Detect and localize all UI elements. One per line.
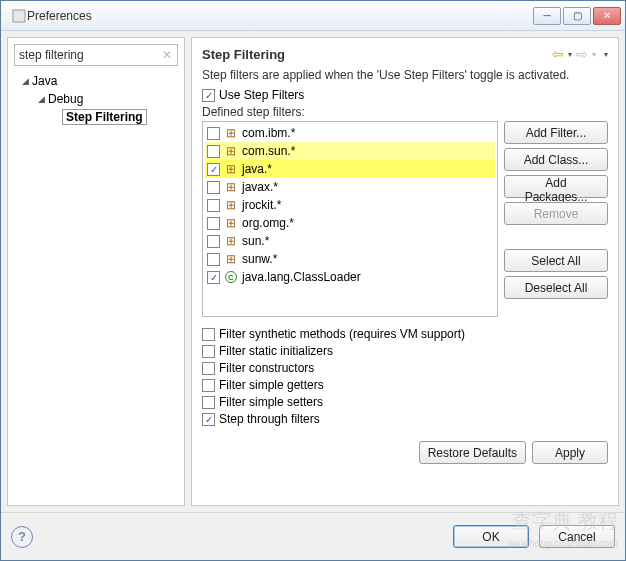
filter-search-input[interactable] bbox=[14, 44, 178, 66]
filter-row[interactable]: ⊞ java.* bbox=[205, 160, 495, 178]
apply-button[interactable]: Apply bbox=[532, 441, 608, 464]
filter-checkbox[interactable] bbox=[207, 163, 220, 176]
package-icon: ⊞ bbox=[224, 234, 238, 248]
filter-checkbox[interactable] bbox=[207, 253, 220, 266]
nav-back-dropdown-icon[interactable]: ▾ bbox=[568, 50, 572, 59]
filter-label: sun.* bbox=[242, 234, 269, 248]
filter-row[interactable]: ⊞ com.sun.* bbox=[205, 142, 495, 160]
nav-forward-dropdown-icon: ▾ bbox=[592, 50, 596, 59]
add-class-button[interactable]: Add Class... bbox=[504, 148, 608, 171]
filter-constructors-label: Filter constructors bbox=[219, 361, 314, 375]
app-icon bbox=[11, 8, 27, 24]
filter-static-init-checkbox[interactable] bbox=[202, 345, 215, 358]
maximize-button[interactable]: ▢ bbox=[563, 7, 591, 25]
cancel-button[interactable]: Cancel bbox=[539, 525, 615, 548]
filter-label: com.sun.* bbox=[242, 144, 295, 158]
package-icon: ⊞ bbox=[224, 216, 238, 230]
window-title: Preferences bbox=[27, 9, 533, 23]
filter-label: org.omg.* bbox=[242, 216, 294, 230]
filter-label: com.ibm.* bbox=[242, 126, 295, 140]
filter-row[interactable]: ⊞ sunw.* bbox=[205, 250, 495, 268]
titlebar: Preferences ─ ▢ ✕ bbox=[1, 1, 625, 31]
class-icon: C bbox=[224, 270, 238, 284]
help-icon[interactable]: ? bbox=[11, 526, 33, 548]
step-through-checkbox[interactable] bbox=[202, 413, 215, 426]
twisty-icon: ◢ bbox=[36, 94, 46, 104]
main-panel: Step Filtering ⇦ ▾ ⇨ ▾ ▾ Step filters ar… bbox=[191, 37, 619, 506]
package-icon: ⊞ bbox=[224, 180, 238, 194]
filter-label: jrockit.* bbox=[242, 198, 281, 212]
package-icon: ⊞ bbox=[224, 126, 238, 140]
filter-row[interactable]: ⊞ sun.* bbox=[205, 232, 495, 250]
sidebar: ✕ ◢ Java ◢ Debug Step Filtering bbox=[7, 37, 185, 506]
filter-row[interactable]: ⊞ com.ibm.* bbox=[205, 124, 495, 142]
filter-setters-checkbox[interactable] bbox=[202, 396, 215, 409]
filter-label: java.* bbox=[242, 162, 272, 176]
filter-label: sunw.* bbox=[242, 252, 277, 266]
add-packages-button[interactable]: Add Packages... bbox=[504, 175, 608, 198]
filter-row[interactable]: ⊞ javax.* bbox=[205, 178, 495, 196]
preferences-window: Preferences ─ ▢ ✕ ✕ ◢ Java ◢ Debug bbox=[0, 0, 626, 561]
use-step-filters-label: Use Step Filters bbox=[219, 88, 304, 102]
filter-constructors-checkbox[interactable] bbox=[202, 362, 215, 375]
page-title: Step Filtering bbox=[202, 47, 552, 62]
package-icon: ⊞ bbox=[224, 198, 238, 212]
filter-getters-label: Filter simple getters bbox=[219, 378, 324, 392]
use-step-filters-checkbox[interactable] bbox=[202, 89, 215, 102]
minimize-button[interactable]: ─ bbox=[533, 7, 561, 25]
package-icon: ⊞ bbox=[224, 162, 238, 176]
svg-rect-0 bbox=[13, 10, 25, 22]
filter-row[interactable]: ⊞ jrockit.* bbox=[205, 196, 495, 214]
tree-item-step-filtering[interactable]: Step Filtering bbox=[14, 108, 178, 126]
tree-item-java[interactable]: ◢ Java bbox=[14, 72, 178, 90]
dialog-footer: ? OK Cancel bbox=[1, 512, 625, 560]
filter-checkbox[interactable] bbox=[207, 235, 220, 248]
filter-label: java.lang.ClassLoader bbox=[242, 270, 361, 284]
tree-item-debug[interactable]: ◢ Debug bbox=[14, 90, 178, 108]
step-through-label: Step through filters bbox=[219, 412, 320, 426]
filter-checkbox[interactable] bbox=[207, 127, 220, 140]
filter-static-init-label: Filter static initializers bbox=[219, 344, 333, 358]
filter-checkbox[interactable] bbox=[207, 271, 220, 284]
filter-checkbox[interactable] bbox=[207, 199, 220, 212]
filter-row[interactable]: C java.lang.ClassLoader bbox=[205, 268, 495, 286]
add-filter-button[interactable]: Add Filter... bbox=[504, 121, 608, 144]
select-all-button[interactable]: Select All bbox=[504, 249, 608, 272]
package-icon: ⊞ bbox=[224, 144, 238, 158]
deselect-all-button[interactable]: Deselect All bbox=[504, 276, 608, 299]
preference-tree[interactable]: ◢ Java ◢ Debug Step Filtering bbox=[14, 72, 178, 499]
view-menu-icon[interactable]: ▾ bbox=[604, 50, 608, 59]
page-description: Step filters are applied when the 'Use S… bbox=[202, 68, 608, 82]
filter-checkbox[interactable] bbox=[207, 181, 220, 194]
restore-defaults-button[interactable]: Restore Defaults bbox=[419, 441, 526, 464]
remove-button: Remove bbox=[504, 202, 608, 225]
filter-getters-checkbox[interactable] bbox=[202, 379, 215, 392]
filter-label: javax.* bbox=[242, 180, 278, 194]
close-button[interactable]: ✕ bbox=[593, 7, 621, 25]
nav-forward-icon: ⇨ bbox=[576, 46, 588, 62]
filter-checkbox[interactable] bbox=[207, 217, 220, 230]
ok-button[interactable]: OK bbox=[453, 525, 529, 548]
defined-filters-label: Defined step filters: bbox=[202, 105, 608, 119]
filter-list[interactable]: ⊞ com.ibm.* ⊞ com.sun.* ⊞ java.* bbox=[202, 121, 498, 317]
filter-row[interactable]: ⊞ org.omg.* bbox=[205, 214, 495, 232]
nav-back-icon[interactable]: ⇦ bbox=[552, 46, 564, 62]
filter-synthetic-checkbox[interactable] bbox=[202, 328, 215, 341]
twisty-icon: ◢ bbox=[20, 76, 30, 86]
clear-search-icon[interactable]: ✕ bbox=[159, 47, 175, 63]
filter-setters-label: Filter simple setters bbox=[219, 395, 323, 409]
filter-synthetic-label: Filter synthetic methods (requires VM su… bbox=[219, 327, 465, 341]
package-icon: ⊞ bbox=[224, 252, 238, 266]
filter-checkbox[interactable] bbox=[207, 145, 220, 158]
